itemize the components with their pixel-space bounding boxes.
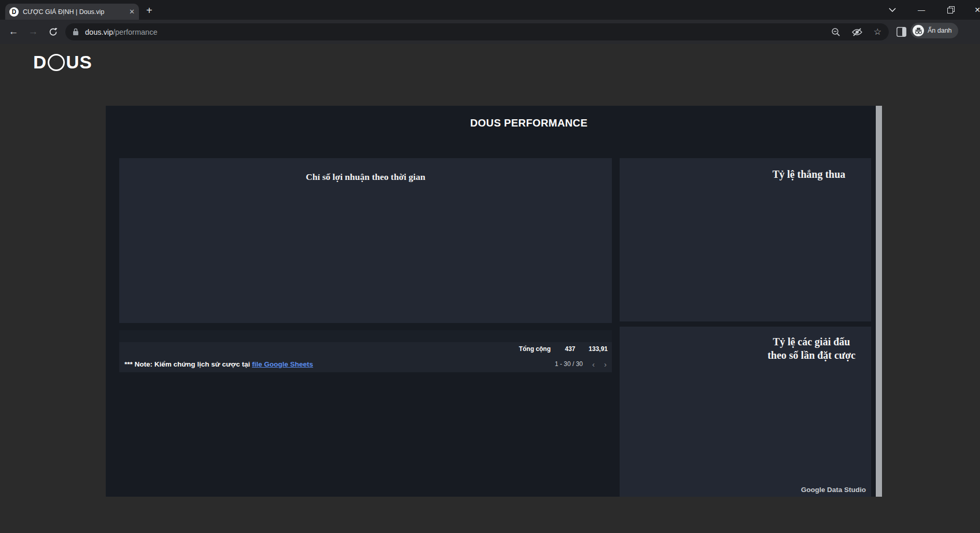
side-panel-icon[interactable] xyxy=(897,27,906,39)
incognito-avatar-icon xyxy=(913,25,924,36)
url-text: dous.vip/performance xyxy=(85,28,157,36)
reload-button[interactable] xyxy=(46,24,60,39)
back-button[interactable]: ← xyxy=(6,24,21,39)
tab-title: CƯỢC GIẢ ĐỊNH | Dous.vip xyxy=(23,8,126,16)
compass-icon xyxy=(48,54,65,71)
google-sheets-link[interactable]: file Google Sheets xyxy=(252,360,313,368)
browser-window: D CƯỢC GIẢ ĐỊNH | Dous.vip ✕ + — ✕ ← → d… xyxy=(0,0,980,533)
lock-icon xyxy=(73,28,79,36)
league-pie-chart xyxy=(620,327,871,497)
google-data-studio-watermark: Google Data Studio xyxy=(801,486,866,494)
bets-table: Tổng cộng 437 133,91 *** Note: Kiểm chứn… xyxy=(119,330,612,372)
incognito-badge[interactable]: Ẩn danh xyxy=(911,23,958,38)
eye-off-icon[interactable] xyxy=(852,28,862,36)
site-favicon: D xyxy=(9,7,19,17)
incognito-label: Ẩn danh xyxy=(928,27,952,34)
window-close-button[interactable]: ✕ xyxy=(971,3,980,17)
browser-tab[interactable]: D CƯỢC GIẢ ĐỊNH | Dous.vip ✕ xyxy=(5,4,139,20)
prev-page-icon[interactable]: ‹ xyxy=(592,360,595,369)
total-label: Tổng cộng xyxy=(119,342,556,356)
window-restore-button[interactable] xyxy=(944,3,958,17)
winlose-pie-panel: Tỷ lệ thắng thua xyxy=(620,158,871,321)
window-minimize-button[interactable]: — xyxy=(915,3,928,17)
table-footer: *** Note: Kiểm chứng lịch sử cược tại fi… xyxy=(119,356,612,372)
bookmark-star-icon[interactable]: ☆ xyxy=(874,27,881,36)
winlose-pie-chart xyxy=(620,158,871,321)
line-chart-panel: Chỉ số lợi nhuận theo thời gian xyxy=(119,158,612,323)
table-header-row xyxy=(119,330,612,342)
tab-close-icon[interactable]: ✕ xyxy=(129,8,135,16)
pagination-label: 1 - 30 / 30 xyxy=(555,360,583,368)
tab-search-chevron-icon[interactable] xyxy=(886,3,899,17)
line-chart xyxy=(119,158,612,323)
report-title: DOUS PERFORMANCE xyxy=(441,117,617,129)
embed-scrollbar[interactable] xyxy=(876,106,882,497)
zoom-out-icon[interactable] xyxy=(831,27,841,37)
table-total-row: Tổng cộng 437 133,91 xyxy=(119,342,612,356)
total-profit: 133,91 xyxy=(584,342,612,356)
dous-logo[interactable]: D US xyxy=(33,52,92,73)
new-tab-button[interactable]: + xyxy=(146,5,152,16)
next-page-icon[interactable]: › xyxy=(604,360,607,369)
league-pie-panel: Tỷ lệ các giải đấutheo số lần đặt cược G… xyxy=(620,327,871,497)
forward-button[interactable]: → xyxy=(26,24,40,39)
total-amount: 437 xyxy=(556,342,584,356)
note-text: *** Note: Kiểm chứng lịch sử cược tại fi… xyxy=(124,360,313,368)
address-bar[interactable]: dous.vip/performance ☆ xyxy=(65,23,889,40)
